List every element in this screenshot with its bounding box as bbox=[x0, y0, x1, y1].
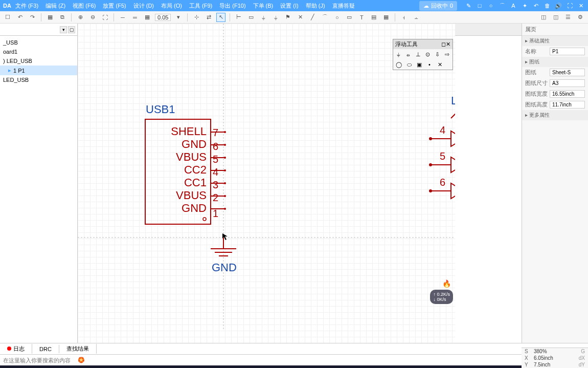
ftool-box[interactable]: ▣ bbox=[416, 61, 423, 68]
sound-icon[interactable]: 🔊 bbox=[554, 2, 562, 10]
flip-icon[interactable]: ⇄ bbox=[204, 13, 213, 22]
tree-item-selected[interactable]: ▸1 P1 bbox=[0, 66, 77, 75]
panel1-icon[interactable]: ◫ bbox=[539, 13, 548, 22]
menu-view[interactable]: 视图 (F6) bbox=[73, 2, 96, 10]
menu-place[interactable]: 放置 (F5) bbox=[103, 2, 126, 10]
crosshair-icon[interactable]: ⊹ bbox=[192, 13, 201, 22]
float-header[interactable]: 浮动工具 ◻ ✕ bbox=[393, 39, 453, 49]
svg-text:5: 5 bbox=[440, 150, 445, 162]
tree-item[interactable]: oard1 bbox=[0, 47, 77, 56]
menu-export[interactable]: 导出 (F10) bbox=[219, 2, 245, 10]
float-pin-icon[interactable]: ◻ bbox=[441, 41, 446, 48]
bottom-find[interactable]: 查找结果 bbox=[59, 344, 97, 354]
menu-design[interactable]: 设计 (D) bbox=[133, 2, 154, 10]
line-icon[interactable]: ╱ bbox=[308, 13, 317, 22]
distribute-icon[interactable]: ⫠ bbox=[412, 13, 421, 22]
prop-name-value[interactable]: P1 bbox=[550, 48, 585, 55]
circle2-icon[interactable]: ○ bbox=[332, 13, 342, 22]
cursor-icon[interactable]: ↖ bbox=[216, 13, 225, 22]
tree-item[interactable]: LED_USB bbox=[0, 75, 77, 84]
ftool-out[interactable]: ⇨ bbox=[444, 51, 450, 58]
ftool-x[interactable]: ✕ bbox=[436, 61, 443, 68]
netlabel-icon[interactable]: ⊢ bbox=[234, 13, 243, 22]
net-speed: ↑ 0.2K/s↓ 0K/s bbox=[430, 290, 453, 304]
grid-unit[interactable]: ▾ bbox=[174, 13, 183, 22]
ftool-port[interactable]: ⊙ bbox=[424, 51, 431, 58]
filter-icon[interactable]: ☰ bbox=[563, 13, 573, 22]
search-input[interactable] bbox=[2, 356, 75, 364]
grid2-icon[interactable]: ▦ bbox=[143, 13, 152, 22]
grid-icon[interactable]: ▦ bbox=[46, 13, 55, 22]
zoom-out-icon[interactable]: ⊖ bbox=[88, 13, 97, 22]
prop-width-value[interactable]: 16.55inch bbox=[550, 90, 585, 98]
noconn-icon[interactable]: ✕ bbox=[296, 13, 305, 22]
flag-icon[interactable]: ⚑ bbox=[283, 13, 292, 22]
wire-icon[interactable]: ─ bbox=[118, 13, 127, 22]
arc2-icon[interactable]: ⌒ bbox=[320, 13, 329, 22]
arc-icon[interactable]: ⌒ bbox=[498, 2, 506, 10]
svg-text:1: 1 bbox=[213, 208, 218, 219]
prop-sheet-label: 图纸 bbox=[525, 69, 550, 76]
menu-file[interactable]: 文件 (F3) bbox=[15, 2, 38, 10]
square-icon[interactable]: □ bbox=[476, 2, 484, 10]
props-section-sheet[interactable]: ▸ 图纸 bbox=[522, 57, 588, 67]
bottom-drc[interactable]: DRC bbox=[32, 345, 59, 353]
tree-tab2[interactable]: ▢ bbox=[68, 26, 75, 33]
copy-icon[interactable]: ⧉ bbox=[58, 13, 67, 22]
os-taskbar: ☁ 16°C 阴 bbox=[0, 365, 588, 368]
text2-icon[interactable]: T bbox=[357, 13, 366, 22]
image-icon[interactable]: ▤ bbox=[369, 13, 378, 22]
menu-help[interactable]: 帮助 (J) bbox=[306, 2, 325, 10]
ftool-oval[interactable]: ◯ bbox=[395, 61, 402, 68]
menu-layout[interactable]: 布局 (O) bbox=[161, 2, 182, 10]
fit-icon[interactable]: ⛶ bbox=[100, 13, 109, 22]
new-icon[interactable]: ☐ bbox=[3, 13, 12, 22]
redo-btn[interactable]: ↷ bbox=[28, 13, 37, 22]
ftool-gnd[interactable]: ⏚ bbox=[395, 51, 402, 58]
menu-tools[interactable]: 工具 (F9) bbox=[189, 2, 212, 10]
table-icon[interactable]: ▦ bbox=[381, 13, 391, 22]
ftool-dot[interactable]: • bbox=[426, 61, 433, 68]
undo-icon[interactable]: ↶ bbox=[532, 2, 540, 10]
prop-height-value[interactable]: 11.7inch bbox=[550, 101, 585, 109]
undo-btn[interactable]: ↶ bbox=[15, 13, 25, 22]
tree-item[interactable]: _USB bbox=[0, 38, 77, 47]
menu-live[interactable]: 直播答疑 bbox=[332, 2, 355, 10]
power-icon[interactable]: ⏚ bbox=[259, 13, 268, 22]
menu-order[interactable]: 下单 (B) bbox=[253, 2, 274, 10]
float-close-icon[interactable]: ✕ bbox=[446, 41, 450, 48]
rect-icon[interactable]: ▭ bbox=[345, 13, 354, 22]
circle-icon[interactable]: ○ bbox=[487, 2, 495, 10]
panel2-icon[interactable]: ◫ bbox=[551, 13, 560, 22]
tree-item[interactable]: ) LED_USB bbox=[0, 56, 77, 66]
floating-tools[interactable]: 浮动工具 ◻ ✕ ⏚ ⏛ ⊥ ⊙ ⇩ ⇨ ◯ ⬭ ▣ • ✕ bbox=[393, 39, 453, 70]
zoom-in-icon[interactable]: ⊕ bbox=[76, 13, 85, 22]
props-section-more[interactable]: ▸ 更多属性 bbox=[522, 110, 588, 120]
wand-icon[interactable]: ✦ bbox=[521, 2, 529, 10]
tree-tab1[interactable]: ▾ bbox=[60, 26, 67, 33]
props-section-basic[interactable]: ▸ 基础属性 bbox=[522, 36, 588, 46]
ftool-left[interactable]: ⬭ bbox=[405, 61, 413, 68]
port-icon[interactable]: ▭ bbox=[246, 13, 256, 22]
ftool-in[interactable]: ⇩ bbox=[434, 51, 441, 58]
bottom-log[interactable]: 日志 bbox=[0, 344, 32, 354]
prop-sheet-value[interactable]: Sheet-S bbox=[550, 69, 585, 76]
text-icon[interactable]: A bbox=[509, 2, 517, 10]
cloud-status[interactable]: ☁ 回收中 0 bbox=[419, 1, 457, 11]
bus-icon[interactable]: ═ bbox=[130, 13, 140, 22]
expand-icon[interactable]: ⛶ bbox=[566, 2, 574, 10]
menu-settings[interactable]: 设置 (I) bbox=[280, 2, 298, 10]
trash-icon[interactable]: 🗑 bbox=[543, 2, 551, 10]
ftool-net[interactable]: ⊥ bbox=[415, 51, 421, 58]
grid-value[interactable]: 0.05 bbox=[155, 14, 171, 21]
gear-icon[interactable]: ⚙ bbox=[576, 13, 585, 22]
schematic-canvas[interactable]: USB1 SHELL GND VBUS CC2 CC1 VBUS GND 7 6… bbox=[78, 24, 455, 343]
align-icon[interactable]: ⫞ bbox=[399, 13, 409, 22]
menu-edit[interactable]: 编辑 (Z) bbox=[46, 2, 65, 10]
gnd-icon[interactable]: ⏚ bbox=[271, 13, 280, 22]
prop-size-value[interactable]: A3 bbox=[550, 79, 585, 87]
pencil-icon[interactable]: ✎ bbox=[464, 2, 472, 10]
svg-point-24 bbox=[203, 218, 206, 221]
ftool-vcc[interactable]: ⏛ bbox=[405, 51, 412, 58]
close-icon[interactable]: ✕ bbox=[577, 2, 585, 10]
